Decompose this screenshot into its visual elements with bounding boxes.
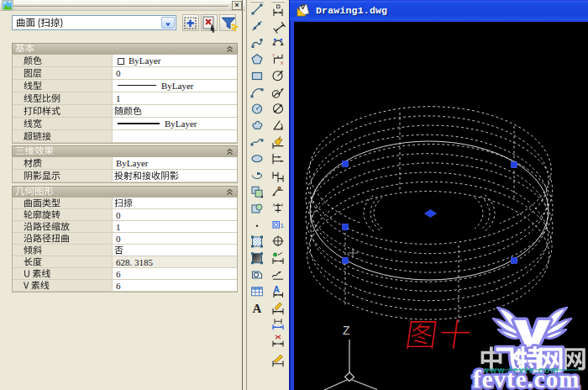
svg-text:Y: Y [272,53,276,58]
svg-text:A: A [274,285,280,294]
svg-text:fevte.com: fevte.com [473,366,580,390]
svg-text:A: A [253,302,262,315]
svg-text:X: X [281,61,284,66]
svg-text:Z: Z [343,324,350,337]
svg-text:1: 1 [281,222,285,229]
